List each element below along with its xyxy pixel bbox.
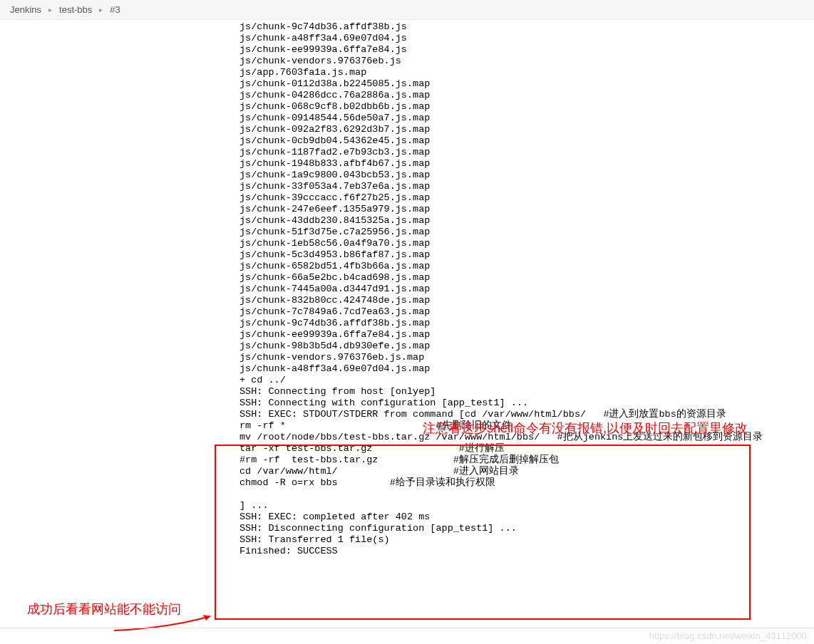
annotation-shell-check: 注意看这步shell命令有没有报错,以便及时回去配置里修改 xyxy=(423,420,748,437)
highlight-box xyxy=(215,445,751,620)
chevron-right-icon: ▸ xyxy=(48,6,52,14)
arrow-icon xyxy=(110,613,221,633)
watermark-text: https://blog.csdn.net/weixin_43112000 xyxy=(649,630,807,641)
footer-divider xyxy=(0,628,814,628)
breadcrumb-project[interactable]: test-bbs xyxy=(59,4,92,15)
breadcrumb-build[interactable]: #3 xyxy=(110,4,120,15)
breadcrumb: Jenkins ▸ test-bbs ▸ #3 xyxy=(0,0,814,20)
breadcrumb-jenkins[interactable]: Jenkins xyxy=(10,4,41,15)
chevron-right-icon: ▸ xyxy=(99,6,103,14)
